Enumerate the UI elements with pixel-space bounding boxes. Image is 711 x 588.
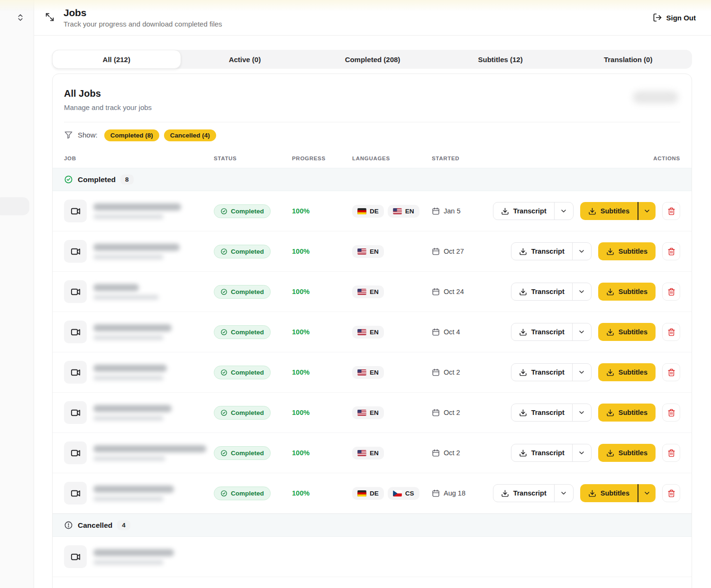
transcript-menu-chevron-down-icon[interactable] <box>572 243 591 260</box>
group-count-badge: 4 <box>117 520 130 530</box>
subtitles-download-button[interactable]: Subtitles <box>598 363 656 381</box>
subtitles-download-button[interactable]: Subtitles <box>598 283 656 301</box>
check-circle-icon <box>220 450 228 457</box>
check-circle-icon <box>220 208 228 215</box>
delete-job-button[interactable] <box>662 323 680 341</box>
panel-title: All Jobs <box>64 88 678 99</box>
delete-job-button[interactable] <box>662 283 680 301</box>
filter-chip[interactable]: Cancelled (4) <box>164 129 216 141</box>
job-row: Completed100%ENOct 24TranscriptSubtitles <box>53 272 692 312</box>
transcript-download-button[interactable]: Transcript <box>511 283 592 301</box>
tab-active[interactable]: Active (0) <box>181 50 309 69</box>
job-cell <box>64 321 214 343</box>
languages-cell: EN <box>352 326 432 339</box>
trash-icon <box>667 248 675 256</box>
subtitles-download-button[interactable]: Subtitles <box>580 202 656 220</box>
language-chip-de: DE <box>352 205 384 218</box>
actions-cell: TranscriptSubtitles <box>511 404 680 422</box>
filter-chip[interactable]: Completed (8) <box>104 129 159 141</box>
subtitles-download-button[interactable]: Subtitles <box>598 242 656 260</box>
transcript-menu-chevron-down-icon[interactable] <box>572 404 591 421</box>
video-icon <box>64 401 87 424</box>
redacted-job-name <box>93 549 174 565</box>
transcript-download-button[interactable]: Transcript <box>511 363 592 381</box>
delete-job-button[interactable] <box>662 202 680 220</box>
delete-job-button[interactable] <box>662 404 680 422</box>
sidebar-active-item[interactable] <box>0 197 29 215</box>
calendar-icon <box>432 207 440 215</box>
transcript-menu-chevron-down-icon[interactable] <box>554 202 573 220</box>
tab-subtitles[interactable]: Subtitles (12) <box>437 50 565 69</box>
delete-job-button[interactable] <box>662 444 680 462</box>
check-circle-icon <box>220 369 228 376</box>
trash-icon <box>667 288 675 296</box>
calendar-icon <box>432 368 440 377</box>
language-chip-en: EN <box>352 285 384 298</box>
column-header-progress: Progress <box>292 156 352 161</box>
subtitles-download-button[interactable]: Subtitles <box>598 404 656 422</box>
alert-circle-icon <box>64 521 73 530</box>
job-row: Completed100%ENOct 2TranscriptSubtitles <box>53 433 692 473</box>
jobs-tab-bar: All (212)Active (0)Completed (208)Subtit… <box>52 50 692 69</box>
delete-job-button[interactable] <box>662 363 680 381</box>
status-badge: Completed <box>214 406 271 420</box>
group-label: Completed <box>78 175 116 184</box>
subtitles-menu-chevron-down-icon[interactable] <box>638 202 656 220</box>
trash-icon <box>667 368 675 377</box>
job-row: Completed100%ENOct 2TranscriptSubtitles <box>53 393 692 433</box>
video-icon <box>64 482 87 505</box>
log-out-icon <box>653 13 662 22</box>
delete-job-button[interactable] <box>662 484 680 502</box>
language-chip-en: EN <box>388 205 419 218</box>
download-icon <box>606 248 614 256</box>
delete-job-button[interactable] <box>662 242 680 260</box>
transcript-menu-chevron-down-icon[interactable] <box>572 364 591 381</box>
chevrons-up-down-icon[interactable] <box>14 11 27 24</box>
check-circle-icon <box>220 409 228 416</box>
transcript-download-button[interactable]: Transcript <box>493 484 574 502</box>
actions-cell: TranscriptSubtitles <box>493 202 680 220</box>
transcript-menu-chevron-down-icon[interactable] <box>572 323 591 340</box>
transcript-menu-chevron-down-icon[interactable] <box>572 444 591 461</box>
tab-all[interactable]: All (212) <box>52 50 181 69</box>
download-icon <box>519 288 527 296</box>
subtitles-menu-chevron-down-icon[interactable] <box>638 484 656 502</box>
column-header-actions: Actions <box>653 156 680 161</box>
job-row: Completed100%ENOct 4TranscriptSubtitles <box>53 312 692 352</box>
trash-icon <box>667 449 675 457</box>
subtitles-download-button[interactable]: Subtitles <box>598 323 656 341</box>
page-header: Jobs Track your progress and download co… <box>34 0 711 36</box>
job-row: Completed100%DEENJan 5TranscriptSubtitle… <box>53 191 692 231</box>
download-icon <box>588 489 596 497</box>
transcript-download-button[interactable]: Transcript <box>511 323 592 341</box>
language-chip-en: EN <box>352 447 384 459</box>
job-row: Completed100%ENOct 27TranscriptSubtitles <box>53 231 692 272</box>
language-chip-en: EN <box>352 326 384 339</box>
languages-cell: EN <box>352 245 432 258</box>
tab-completed[interactable]: Completed (208) <box>309 50 437 69</box>
transcript-download-button[interactable]: Transcript <box>511 404 592 422</box>
redacted-job-name <box>93 324 172 340</box>
transcript-download-button[interactable]: Transcript <box>511 242 592 260</box>
tab-translation[interactable]: Translation (0) <box>564 50 692 69</box>
subtitles-download-button[interactable]: Subtitles <box>580 484 656 502</box>
actions-cell: TranscriptSubtitles <box>511 444 680 462</box>
sign-out-button[interactable]: Sign Out <box>653 13 696 22</box>
calendar-icon <box>432 328 440 336</box>
check-circle-icon <box>64 175 73 184</box>
flag-en-icon <box>357 289 366 295</box>
transcript-menu-chevron-down-icon[interactable] <box>572 283 591 300</box>
started-cell: Oct 27 <box>432 248 511 256</box>
progress-value: 100% <box>292 328 352 336</box>
page-title: Jobs <box>64 7 222 18</box>
video-icon <box>64 361 87 384</box>
download-icon <box>519 328 527 336</box>
flag-en-icon <box>357 369 366 376</box>
subtitles-download-button[interactable]: Subtitles <box>598 444 656 462</box>
transcript-download-button[interactable]: Transcript <box>493 202 574 220</box>
expand-icon[interactable] <box>45 12 56 23</box>
transcript-menu-chevron-down-icon[interactable] <box>554 485 573 502</box>
left-sidebar <box>0 0 34 588</box>
language-chip-cs: CS <box>388 487 419 500</box>
transcript-download-button[interactable]: Transcript <box>511 444 592 462</box>
